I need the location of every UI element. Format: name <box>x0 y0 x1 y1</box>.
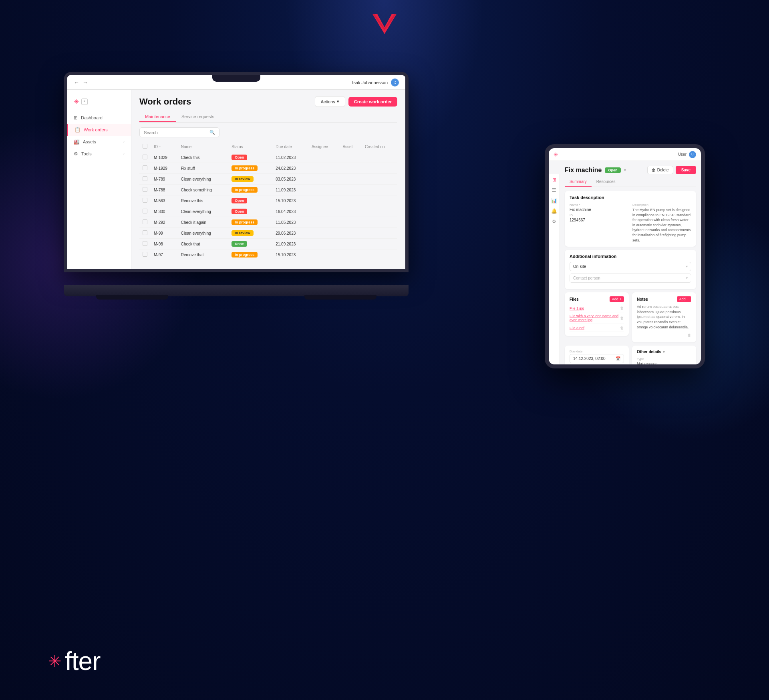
row-id: M-1029 <box>151 152 178 163</box>
status-dropdown-arrow[interactable]: ▾ <box>624 168 626 172</box>
table-row[interactable]: M-1929 Fix stuff In progress 24.02.2023 <box>139 163 397 174</box>
sidebar-item-dashboard[interactable]: ⊞ Dashboard <box>67 112 131 124</box>
laptop-container: ← → Isak Johannesson IJ ✳ ≡ <box>64 72 409 296</box>
add-note-button[interactable]: Add + <box>677 296 691 302</box>
tab-summary[interactable]: Summary <box>565 177 592 187</box>
add-file-button[interactable]: Add + <box>610 296 624 302</box>
table-row[interactable]: M-789 Clean everything In review 03.05.2… <box>139 174 397 185</box>
row-checkbox[interactable] <box>139 228 151 239</box>
table-row[interactable]: M-99 Clean everything In review 29.06.20… <box>139 228 397 239</box>
row-name: Check it again <box>178 217 229 228</box>
select-all-header[interactable] <box>139 141 151 152</box>
actions-button[interactable]: Actions ▾ <box>315 96 345 107</box>
due-date-field[interactable]: 14.12.2023, 02:00 📅 <box>570 354 624 363</box>
file-link-3[interactable]: File 3.pdf <box>570 326 584 330</box>
brand-star-icon: ✳ <box>48 652 62 670</box>
row-assignee <box>308 185 340 195</box>
tablet-user-info: User U <box>678 151 696 158</box>
file-link-1[interactable]: File 1.jpg <box>570 306 584 310</box>
table-row[interactable]: M-292 Check it again In progress 11.05.2… <box>139 217 397 228</box>
tablet-nav-home-icon[interactable]: ⊞ <box>552 177 556 183</box>
row-status: Open <box>228 152 272 163</box>
file-delete-2-icon[interactable]: 🗑 <box>620 316 624 320</box>
row-checkbox[interactable] <box>139 206 151 217</box>
files-notes-row: Files Add + File 1.jpg 🗑 <box>565 292 696 346</box>
tablet-user-label: User <box>678 152 686 157</box>
row-status: In progress <box>228 249 272 260</box>
notes-header: Notes Add + <box>637 296 691 302</box>
tablet-nav-bell-icon[interactable]: 🔔 <box>551 208 557 214</box>
tab-service-requests[interactable]: Service requests <box>176 112 220 122</box>
table-row[interactable]: M-788 Check something In progress 11.09.… <box>139 185 397 195</box>
row-checkbox[interactable] <box>139 249 151 260</box>
tab-resources[interactable]: Resources <box>592 177 620 187</box>
file-delete-1-icon[interactable]: 🗑 <box>620 306 624 310</box>
row-checkbox[interactable] <box>139 174 151 185</box>
additional-info-title: Additional information <box>570 254 691 259</box>
table-row[interactable]: M-98 Check that Done 21.09.2023 <box>139 239 397 249</box>
row-created <box>362 228 397 239</box>
row-assignee <box>308 249 340 260</box>
table-row[interactable]: M-1029 Check this Open 11.02.2023 <box>139 152 397 163</box>
table-row[interactable]: M-563 Remove this Open 15.10.2023 <box>139 195 397 206</box>
row-status: In progress <box>228 163 272 174</box>
task-description-section: Task description Name * Fix machine ID 1… <box>565 191 696 247</box>
save-button[interactable]: Save <box>676 166 696 174</box>
sidebar-item-workorders[interactable]: 📋 Work orders <box>67 124 131 136</box>
other-details-arrow-icon[interactable]: ▾ <box>663 350 665 354</box>
tools-expand-icon: › <box>123 152 125 156</box>
row-asset <box>339 217 362 228</box>
contact-person-dropdown[interactable]: Contact person ▾ <box>570 274 691 283</box>
tablet-sidebar-icons: ⊞ ☰ 📊 🔔 ⚙ ⚙ <box>549 174 560 364</box>
files-title: Files <box>570 297 579 302</box>
col-id: ID ↑ <box>151 141 178 152</box>
row-name: Fix stuff <box>178 163 229 174</box>
laptop-notch <box>212 75 260 82</box>
row-due: 29.06.2023 <box>272 228 308 239</box>
create-work-order-button[interactable]: Create work order <box>348 97 397 107</box>
tablet-nav-gear-icon[interactable]: ⚙ <box>552 219 556 224</box>
row-checkbox[interactable] <box>139 152 151 163</box>
trash-icon: 🗑 <box>652 168 656 172</box>
row-checkbox[interactable] <box>139 195 151 206</box>
note-delete-icon[interactable]: 🗑 <box>687 333 691 338</box>
row-checkbox[interactable] <box>139 163 151 174</box>
sidebar-item-tools[interactable]: ⚙ Tools › <box>67 148 131 160</box>
sidebar-item-assets[interactable]: 🏭 Assets › <box>67 136 131 148</box>
tablet-star-icon: ✳ <box>554 151 558 158</box>
forward-arrow-icon[interactable]: → <box>83 79 88 86</box>
back-arrow-icon[interactable]: ← <box>74 79 79 86</box>
tab-maintenance[interactable]: Maintenance <box>139 112 176 122</box>
row-due: 03.05.2023 <box>272 174 308 185</box>
row-checkbox[interactable] <box>139 185 151 195</box>
row-assignee <box>308 239 340 249</box>
row-assignee <box>308 217 340 228</box>
tablet-page-header: Fix machine Open ▾ 🗑 Delete Save <box>565 166 696 174</box>
table-row[interactable]: M-97 Remove that In progress 15.10.2023 <box>139 249 397 260</box>
sidebar-toggle-button[interactable]: ≡ <box>81 99 88 105</box>
type-dropdown[interactable]: On-site ▾ <box>570 262 691 271</box>
search-input[interactable] <box>144 130 208 135</box>
row-checkbox[interactable] <box>139 217 151 228</box>
tablet-nav-list-icon[interactable]: ☰ <box>552 187 556 193</box>
row-asset <box>339 185 362 195</box>
row-name: Clean everything <box>178 228 229 239</box>
due-date-value: 14.12.2023, 02:00 <box>573 356 606 361</box>
tabs-row: Maintenance Service requests <box>139 112 397 123</box>
tablet-nav-chart-icon[interactable]: 📊 <box>551 198 557 203</box>
row-created <box>362 217 397 228</box>
row-due: 11.09.2023 <box>272 185 308 195</box>
row-name: Check this <box>178 152 229 163</box>
row-checkbox[interactable] <box>139 239 151 249</box>
table-row[interactable]: M-300 Clean everything Open 16.04.2023 <box>139 206 397 217</box>
task-id-label: ID <box>570 213 628 217</box>
delete-button[interactable]: 🗑 Delete <box>647 166 673 174</box>
file-link-2[interactable]: File with a very long name and even more… <box>570 314 620 322</box>
add-file-icon: + <box>620 297 622 301</box>
search-bar: 🔍 <box>139 127 219 137</box>
row-id: M-1929 <box>151 163 178 174</box>
row-id: M-292 <box>151 217 178 228</box>
file-delete-3-icon[interactable]: 🗑 <box>620 326 624 330</box>
due-date-label: Due date <box>570 350 624 353</box>
header-actions: Actions ▾ Create work order <box>315 96 397 107</box>
